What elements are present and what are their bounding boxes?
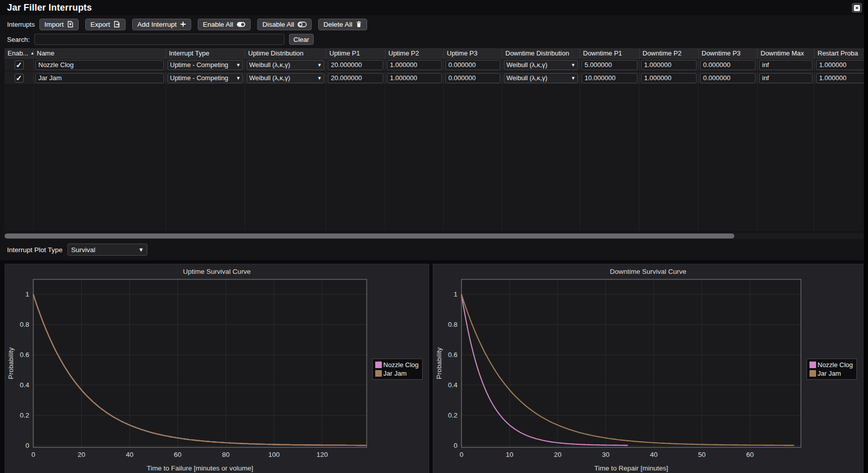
toolbar-label: Interrupts	[7, 21, 35, 28]
column-header-name[interactable]: Name	[34, 49, 166, 58]
sort-ascending-icon: ▲	[30, 51, 34, 55]
legend-label: Jar Jam	[383, 370, 407, 377]
svg-text:1: 1	[453, 290, 457, 298]
downtime-p3-field[interactable]: 0.000000	[700, 60, 756, 70]
legend-swatch	[375, 362, 382, 368]
column-header-downtime-p2[interactable]: Downtime P2	[640, 49, 699, 58]
legend-swatch	[809, 370, 816, 377]
column-header-uptime-distribution[interactable]: Uptime Distribution	[245, 49, 326, 58]
add-interrupt-button[interactable]: Add Interrupt	[132, 19, 191, 30]
svg-text:0: 0	[31, 451, 35, 458]
column-header-downtime-distribution[interactable]: Downtime Distribution	[502, 49, 580, 58]
search-clear-button[interactable]: Clear	[289, 34, 314, 45]
name-field[interactable]: Jar Jam	[35, 73, 164, 83]
column-header-downtime-p3[interactable]: Downtime P3	[699, 49, 758, 58]
column-header-uptime-p3[interactable]: Uptime P3	[444, 49, 502, 58]
uptime-p3-field[interactable]: 0.000000	[445, 73, 500, 83]
legend-item: Jar Jam	[809, 370, 853, 377]
downtime-p1-field[interactable]: 10.000000	[582, 73, 638, 83]
svg-text:40: 40	[650, 451, 658, 458]
svg-text:0: 0	[25, 442, 29, 449]
restart-probability-field[interactable]: 1.000000	[816, 60, 864, 70]
delete-all-button[interactable]: Delete All	[318, 19, 367, 30]
table-row: ✓ Nozzle Clog Uptime - Competing▼ Weibul…	[5, 58, 864, 72]
svg-text:Time to Failure [minutes or vo: Time to Failure [minutes or volume]	[147, 464, 253, 472]
interrupts-table: Enab...▲ Name Interrupt Type Uptime Dist…	[5, 48, 864, 231]
svg-text:10: 10	[506, 451, 513, 458]
toggle-off-icon	[298, 21, 307, 28]
enabled-checkbox[interactable]: ✓	[15, 61, 24, 70]
table-row: ✓ Jar Jam Uptime - Competing▼ Weibull (λ…	[5, 72, 864, 85]
svg-text:0.6: 0.6	[20, 351, 29, 359]
chevron-down-icon: ▼	[138, 247, 144, 253]
legend-label: Nozzle Clog	[818, 361, 853, 369]
uptime-p2-field[interactable]: 1.000000	[387, 60, 442, 70]
column-header-restart-probability[interactable]: Restart Proba	[815, 49, 864, 58]
downtime-p2-field[interactable]: 1.000000	[641, 73, 697, 83]
disable-all-button[interactable]: Disable All	[257, 19, 312, 30]
search-label: Search:	[7, 36, 30, 43]
window-edge	[864, 0, 868, 473]
svg-text:0.4: 0.4	[20, 381, 29, 389]
downtime-distribution-dropdown[interactable]: Weibull (λ,κ,γ)▼	[504, 73, 578, 83]
downtime-p3-field[interactable]: 0.000000	[700, 73, 756, 83]
scrollbar-thumb[interactable]	[5, 233, 734, 239]
downtime-p1-field[interactable]: 5.000000	[582, 60, 638, 70]
export-button-label: Export	[90, 21, 110, 28]
column-header-uptime-p1[interactable]: Uptime P1	[326, 49, 385, 58]
toggle-on-icon	[237, 21, 246, 28]
close-icon: ✕	[854, 5, 860, 11]
name-field[interactable]: Nozzle Clog	[35, 60, 164, 70]
column-header-interrupt-type[interactable]: Interrupt Type	[166, 49, 245, 58]
uptime-p1-field[interactable]: 20.000000	[328, 73, 383, 83]
downtime-max-field[interactable]: inf	[759, 60, 813, 70]
interrupt-type-dropdown[interactable]: Uptime - Competing▼	[167, 73, 243, 83]
export-button[interactable]: Export	[85, 19, 126, 30]
svg-text:0.2: 0.2	[20, 411, 29, 419]
uptime-distribution-dropdown[interactable]: Weibull (λ,κ,γ)▼	[247, 60, 324, 70]
column-header-label: Enab...	[8, 49, 28, 57]
add-interrupt-button-label: Add Interrupt	[137, 21, 177, 28]
table-empty-area	[5, 85, 864, 231]
column-header-downtime-max[interactable]: Downtime Max	[758, 49, 815, 58]
uptime-p1-field[interactable]: 20.000000	[328, 60, 383, 70]
export-icon	[113, 21, 121, 28]
svg-text:1: 1	[25, 290, 29, 298]
chevron-down-icon: ▼	[236, 63, 241, 68]
dropdown-value: Weibull (λ,κ,γ)	[249, 61, 316, 69]
search-input[interactable]	[34, 34, 284, 45]
horizontal-scrollbar[interactable]	[5, 233, 864, 239]
column-header-enabled[interactable]: Enab...▲	[5, 49, 34, 58]
table-header-row: Enab...▲ Name Interrupt Type Uptime Dist…	[5, 48, 864, 58]
restart-probability-field[interactable]: 1.000000	[816, 73, 864, 83]
uptime-survival-chart: Uptime Survival Curve 02040608010012000.…	[5, 264, 429, 473]
chart-canvas: 02040608010012000.20.40.60.81Time to Fai…	[5, 264, 429, 473]
interrupt-type-dropdown[interactable]: Uptime - Competing▼	[167, 60, 243, 70]
downtime-p2-field[interactable]: 1.000000	[641, 60, 697, 70]
downtime-distribution-dropdown[interactable]: Weibull (λ,κ,γ)▼	[504, 60, 578, 70]
charts-section: Uptime Survival Curve 02040608010012000.…	[0, 260, 868, 473]
uptime-p2-field[interactable]: 1.000000	[387, 73, 442, 83]
import-button[interactable]: Import	[39, 19, 79, 30]
svg-text:30: 30	[602, 451, 609, 458]
close-button[interactable]: ✕	[852, 3, 862, 13]
dropdown-value: Weibull (λ,κ,γ)	[506, 61, 569, 69]
chevron-down-icon: ▼	[236, 76, 241, 81]
svg-text:0.8: 0.8	[448, 321, 457, 328]
dropdown-value: Uptime - Competing	[170, 74, 235, 82]
column-header-uptime-p2[interactable]: Uptime P2	[385, 49, 444, 58]
uptime-distribution-dropdown[interactable]: Weibull (λ,κ,γ)▼	[247, 73, 324, 83]
enabled-checkbox[interactable]: ✓	[15, 74, 24, 83]
column-header-downtime-p1[interactable]: Downtime P1	[580, 49, 640, 58]
interrupts-toolbar: Interrupts Import Export Add Interrupt E…	[0, 15, 868, 30]
svg-text:80: 80	[222, 451, 229, 458]
svg-text:0: 0	[453, 442, 457, 449]
enable-all-button[interactable]: Enable All	[198, 19, 251, 30]
downtime-max-field[interactable]: inf	[759, 73, 813, 83]
plot-type-dropdown[interactable]: Survival ▼	[68, 244, 147, 256]
chevron-down-icon: ▼	[317, 63, 322, 68]
uptime-p3-field[interactable]: 0.000000	[445, 60, 500, 70]
downtime-survival-chart: Downtime Survival Curve 010203040506000.…	[433, 264, 863, 473]
svg-text:20: 20	[554, 451, 561, 458]
search-row: Search: Clear	[0, 30, 868, 45]
